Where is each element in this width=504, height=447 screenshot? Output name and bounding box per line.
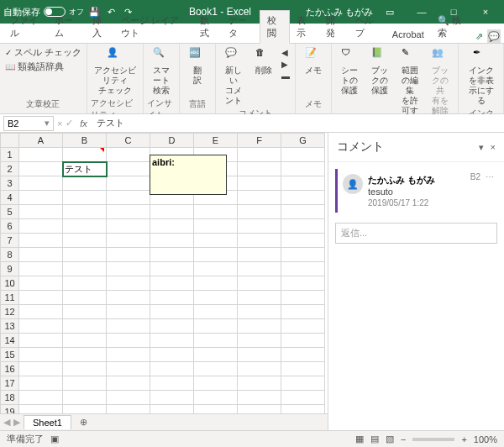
accessibility-button[interactable]: 👤アクセシビリティ チェック <box>91 45 139 97</box>
autosave-toggle[interactable] <box>44 7 66 17</box>
row-header-7[interactable]: 7 <box>1 234 19 248</box>
row-header-5[interactable]: 5 <box>1 205 19 219</box>
cell-A1[interactable] <box>19 148 63 162</box>
col-header-A[interactable]: A <box>19 134 63 148</box>
cell-A17[interactable] <box>19 376 63 391</box>
name-box[interactable]: B2▾ <box>3 116 54 131</box>
sheet-nav-next-icon[interactable]: ▶ <box>13 417 20 428</box>
tab-review[interactable]: 校閲 <box>260 10 291 44</box>
cell-D9[interactable] <box>150 262 194 276</box>
cell-F7[interactable] <box>238 234 281 248</box>
col-header-D[interactable]: D <box>150 134 194 148</box>
close-icon[interactable]: × <box>470 0 501 24</box>
tab-file[interactable]: ファイル <box>3 11 48 43</box>
cell-A16[interactable] <box>19 362 63 376</box>
zoom-in-icon[interactable]: + <box>461 434 466 444</box>
cell-A2[interactable] <box>19 162 63 176</box>
cancel-icon[interactable]: × <box>57 118 62 129</box>
cell-D16[interactable] <box>150 362 194 376</box>
cell-C5[interactable] <box>107 205 150 219</box>
cell-E15[interactable] <box>194 348 238 362</box>
cell-B5[interactable] <box>63 205 107 219</box>
cell-F14[interactable] <box>238 334 281 348</box>
cell-G8[interactable] <box>281 248 325 262</box>
row-header-2[interactable]: 2 <box>1 162 19 176</box>
cell-E7[interactable] <box>194 234 238 248</box>
zoom-out-icon[interactable]: − <box>401 434 406 444</box>
view-pagebreak-icon[interactable]: ▧ <box>386 434 394 444</box>
cell-E5[interactable] <box>194 205 238 219</box>
row-header-6[interactable]: 6 <box>1 219 19 234</box>
cell-C2[interactable] <box>107 162 150 176</box>
cell-C12[interactable] <box>107 305 150 319</box>
cell-F1[interactable] <box>238 148 281 162</box>
cell-G11[interactable] <box>281 291 325 305</box>
cell-F2[interactable] <box>238 162 281 176</box>
new-sheet-icon[interactable]: ⊕ <box>75 417 92 428</box>
cell-F12[interactable] <box>238 305 281 319</box>
cell-G3[interactable] <box>281 176 325 191</box>
cell-G7[interactable] <box>281 234 325 248</box>
cell-G9[interactable] <box>281 262 325 276</box>
tab-pagelayout[interactable]: ページ レイアウト <box>114 11 193 43</box>
cell-G4[interactable] <box>281 191 325 205</box>
view-pagelayout-icon[interactable]: ▤ <box>370 434 379 444</box>
cell-G13[interactable] <box>281 319 325 334</box>
cell-F18[interactable] <box>238 391 281 405</box>
comment-more-icon[interactable]: ⋯ <box>486 172 494 181</box>
cell-F3[interactable] <box>238 176 281 191</box>
cell-C16[interactable] <box>107 362 150 376</box>
cell-F4[interactable] <box>238 191 281 205</box>
cell-A12[interactable] <box>19 305 63 319</box>
cell-B2[interactable]: テスト <box>63 162 107 176</box>
cell-A7[interactable] <box>19 234 63 248</box>
sheet-tab-1[interactable]: Sheet1 <box>24 415 71 429</box>
cell-B14[interactable] <box>63 334 107 348</box>
row-header-14[interactable]: 14 <box>1 334 19 348</box>
cell-F13[interactable] <box>238 319 281 334</box>
cell-B10[interactable] <box>63 276 107 291</box>
tab-view[interactable]: 表示 <box>290 11 319 43</box>
fx-icon[interactable]: fx <box>76 117 90 130</box>
cell-B11[interactable] <box>63 291 107 305</box>
tab-developer[interactable]: 開発 <box>319 11 349 43</box>
cell-G19[interactable] <box>281 405 325 414</box>
cell-G16[interactable] <box>281 362 325 376</box>
show-comments-icon[interactable]: ▬ <box>280 71 291 82</box>
cell-C18[interactable] <box>107 391 150 405</box>
panel-close-icon[interactable]: × <box>491 142 496 153</box>
share-icon[interactable]: ⇗ <box>472 29 486 43</box>
cell-A13[interactable] <box>19 319 63 334</box>
macro-record-icon[interactable]: ▣ <box>50 434 59 444</box>
worksheet-grid[interactable]: ABCDEFG12テスト345678910111213141516171819 … <box>0 133 328 413</box>
cell-A6[interactable] <box>19 219 63 234</box>
cell-D19[interactable] <box>150 405 194 414</box>
cell-D11[interactable] <box>150 291 194 305</box>
cell-C9[interactable] <box>107 262 150 276</box>
cell-B13[interactable] <box>63 319 107 334</box>
notes-button[interactable]: 📝メモ <box>299 45 328 77</box>
cell-C10[interactable] <box>107 276 150 291</box>
zoom-level[interactable]: 100% <box>474 434 497 444</box>
cell-G14[interactable] <box>281 334 325 348</box>
cell-E19[interactable] <box>194 405 238 414</box>
unshare-button[interactable]: 👥ブックの共 有を解除 <box>426 45 454 118</box>
cell-B19[interactable] <box>63 405 107 414</box>
cell-D5[interactable] <box>150 205 194 219</box>
cell-A15[interactable] <box>19 348 63 362</box>
row-header-12[interactable]: 12 <box>1 305 19 319</box>
cell-D8[interactable] <box>150 248 194 262</box>
cell-E12[interactable] <box>194 305 238 319</box>
cell-E8[interactable] <box>194 248 238 262</box>
tab-acrobat[interactable]: Acrobat <box>386 26 431 43</box>
thesaurus-button[interactable]: 📖 類義語辞典 <box>3 60 66 74</box>
cell-D15[interactable] <box>150 348 194 362</box>
cell-C7[interactable] <box>107 234 150 248</box>
cell-C6[interactable] <box>107 219 150 234</box>
note-indicator[interactable] <box>100 148 104 152</box>
cell-G6[interactable] <box>281 219 325 234</box>
cell-D12[interactable] <box>150 305 194 319</box>
col-header-G[interactable]: G <box>281 134 325 148</box>
cell-A11[interactable] <box>19 291 63 305</box>
tab-insert[interactable]: 挿入 <box>86 11 115 43</box>
